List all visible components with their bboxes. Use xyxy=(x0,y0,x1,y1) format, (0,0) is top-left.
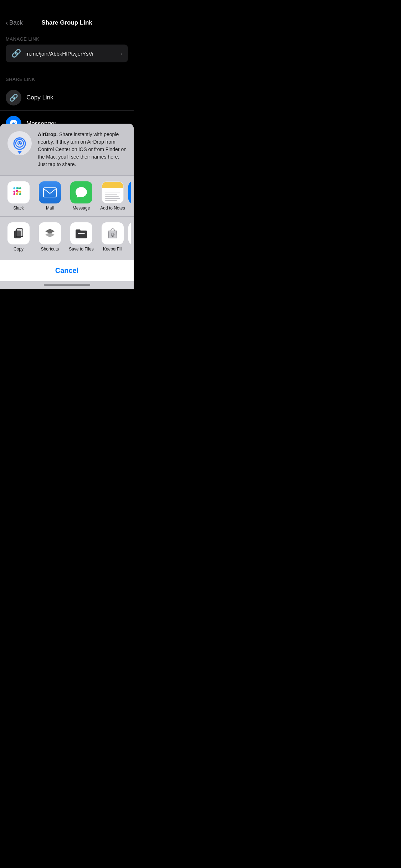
svg-rect-8 xyxy=(19,191,21,193)
add-to-notes-label: Add to Notes xyxy=(100,206,125,211)
svg-rect-11 xyxy=(16,190,18,192)
mail-label: Mail xyxy=(46,206,54,211)
link-url-text: m.me/join/AbbkHfPtwjerYsVi xyxy=(25,51,116,57)
share-link-section-label: SHARE LINK xyxy=(0,71,134,85)
share-sheet: AirDrop. Share instantly with people nea… xyxy=(0,124,134,289)
svg-rect-3 xyxy=(13,193,15,195)
manage-link-section-label: MANAGE LINK xyxy=(0,31,134,45)
notes-line-3 xyxy=(105,196,119,197)
apps-row: Slack Mail Message xyxy=(3,181,131,211)
notes-top-bar xyxy=(102,182,123,188)
partial-app-item: … xyxy=(128,181,131,211)
shortcuts-action-label: Shortcuts xyxy=(41,247,59,252)
copy-link-item[interactable]: 🔗 Copy Link xyxy=(0,85,134,111)
home-bar xyxy=(44,284,90,286)
app-item-slack[interactable]: Slack xyxy=(3,181,34,211)
notes-line-2 xyxy=(105,194,117,195)
page-title: Share Group Link xyxy=(41,19,92,26)
notes-line-4 xyxy=(105,198,120,199)
app-item-message[interactable]: Message xyxy=(66,181,97,211)
link-chevron-icon: › xyxy=(120,51,122,57)
svg-marker-19 xyxy=(45,232,55,237)
slack-logo-icon xyxy=(12,186,25,199)
apps-section: Slack Mail Message xyxy=(0,176,134,217)
airdrop-section: AirDrop. Share instantly with people nea… xyxy=(0,124,134,176)
svg-rect-12 xyxy=(19,193,21,195)
action-item-keeperfill[interactable]: @ KeeperFill xyxy=(97,222,128,252)
airdrop-logo-icon xyxy=(7,131,32,156)
message-bubble-icon xyxy=(74,186,88,199)
cancel-section: Cancel xyxy=(0,260,134,281)
nav-bar: ‹ Back Share Group Link xyxy=(0,0,134,31)
save-to-files-action-icon-bg xyxy=(70,222,92,244)
message-app-icon xyxy=(70,181,92,203)
action-item-save-to-files[interactable]: Save to Files xyxy=(66,222,97,252)
svg-rect-14 xyxy=(43,188,56,197)
keeperfill-action-label: KeeperFill xyxy=(103,247,122,252)
message-label: Message xyxy=(73,206,90,211)
save-to-files-action-label: Save to Files xyxy=(69,247,93,252)
mail-app-icon xyxy=(39,181,61,203)
mail-envelope-icon xyxy=(43,187,57,197)
save-to-files-action-icon xyxy=(75,228,88,239)
slack-app-icon xyxy=(7,181,30,203)
notes-icon-inner xyxy=(102,182,123,203)
partial-app-icon xyxy=(128,181,131,203)
back-button[interactable]: ‹ Back xyxy=(6,19,23,27)
back-label: Back xyxy=(9,19,23,26)
partial-action-item xyxy=(128,222,131,252)
actions-row: Copy Shortcuts xyxy=(3,222,131,252)
notes-app-icon xyxy=(102,181,124,203)
copy-action-icon xyxy=(13,228,24,239)
notes-lines xyxy=(105,192,120,201)
copy-action-label: Copy xyxy=(14,247,24,252)
keeperfill-action-icon: @ xyxy=(107,227,119,239)
action-item-shortcuts[interactable]: Shortcuts xyxy=(34,222,66,252)
keeperfill-action-icon-bg: @ xyxy=(102,222,124,244)
cancel-button[interactable]: Cancel xyxy=(6,267,127,275)
app-item-add-to-notes[interactable]: Add to Notes xyxy=(97,181,128,211)
svg-rect-20 xyxy=(78,233,85,234)
notes-line-5 xyxy=(105,200,117,201)
svg-rect-6 xyxy=(19,187,21,189)
manage-link-row[interactable]: 🔗 m.me/join/AbbkHfPtwjerYsVi › xyxy=(6,45,128,62)
home-indicator xyxy=(0,281,134,289)
partial-action-icon xyxy=(128,222,131,244)
back-chevron-icon: ‹ xyxy=(6,19,8,27)
link-chain-icon: 🔗 xyxy=(11,49,21,58)
svg-rect-7 xyxy=(17,187,19,189)
copy-action-icon-bg xyxy=(7,222,30,244)
svg-point-1 xyxy=(19,142,21,144)
svg-rect-2 xyxy=(13,191,15,193)
copy-link-chain-icon: 🔗 xyxy=(9,93,18,102)
notes-line-1 xyxy=(105,192,120,192)
copy-link-label: Copy Link xyxy=(26,94,53,101)
airdrop-title: AirDrop. xyxy=(38,131,58,137)
svg-rect-13 xyxy=(16,193,18,195)
slack-label: Slack xyxy=(13,206,24,211)
copy-link-icon-circle: 🔗 xyxy=(6,90,21,105)
svg-rect-5 xyxy=(13,187,15,189)
shortcuts-action-icon-bg xyxy=(39,222,61,244)
actions-section: Copy Shortcuts xyxy=(0,217,134,257)
action-item-copy[interactable]: Copy xyxy=(3,222,34,252)
svg-rect-17 xyxy=(16,229,23,237)
shortcuts-action-icon xyxy=(44,227,56,239)
airdrop-description-text: AirDrop. Share instantly with people nea… xyxy=(38,131,127,168)
app-item-mail[interactable]: Mail xyxy=(34,181,66,211)
svg-text:@: @ xyxy=(111,232,115,237)
